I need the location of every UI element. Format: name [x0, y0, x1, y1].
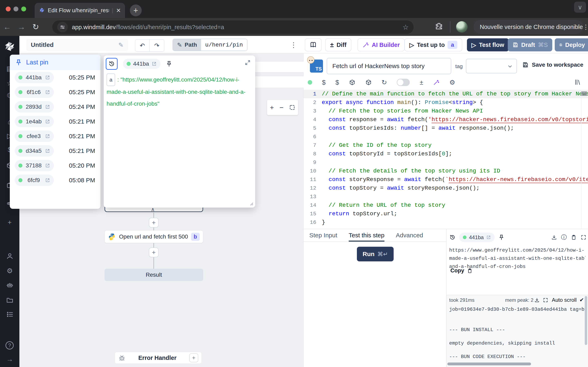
fit-view-icon[interactable]: [289, 104, 295, 110]
url-text[interactable]: app.windmill.dev/flows/edit/u/henri/pin_…: [72, 24, 398, 31]
more-options-icon[interactable]: ⋮: [290, 41, 297, 49]
download-icon[interactable]: [551, 234, 557, 240]
settings-gear-icon[interactable]: ⚙: [0, 267, 19, 275]
deploy-button[interactable]: Deploy: [555, 38, 588, 51]
code-line[interactable]: 13: [303, 192, 588, 201]
flow-result-node[interactable]: Result: [104, 269, 203, 281]
code-line[interactable]: 14 // Return the URL of the top story: [303, 201, 588, 210]
info-icon[interactable]: ⓘ: [561, 234, 567, 241]
logs-panel[interactable]: took 291ms mem peak: 2 Auto scroll ✔ job…: [447, 295, 588, 367]
external-link-icon[interactable]: [45, 90, 50, 95]
resize-handle[interactable]: [248, 200, 254, 206]
code-editor[interactable]: 1// Define the main function to fetch th…: [303, 90, 588, 229]
pin-id-pill[interactable]: 6f1c6: [15, 86, 54, 98]
external-link-icon[interactable]: [45, 148, 50, 154]
code-line[interactable]: 9: [303, 158, 588, 167]
flow-name-field[interactable]: Untitled ✎: [26, 39, 128, 51]
ai-wand-icon[interactable]: [433, 79, 440, 86]
settings-gear-icon[interactable]: ⚙: [449, 78, 455, 86]
expand-logs-icon[interactable]: [543, 298, 548, 303]
tab-advanced[interactable]: Advanced: [396, 229, 423, 242]
omnibox[interactable]: app.windmill.dev/flows/edit/u/henri/pin_…: [52, 20, 414, 34]
external-link-icon[interactable]: [151, 61, 157, 67]
ai-builder-button[interactable]: AI Builder: [357, 38, 405, 51]
collapse-sidebar-icon[interactable]: →: [0, 355, 19, 363]
variables-icon[interactable]: $: [322, 79, 326, 86]
save-to-workspace-button[interactable]: Save to workspace: [522, 62, 583, 68]
code-line[interactable]: 10 // Fetch the details of the top story…: [303, 167, 588, 175]
browser-tab[interactable]: Edit Flow u/henri/pin_results | ✕: [35, 3, 125, 18]
pin-id-pill[interactable]: 441ba: [15, 72, 54, 83]
tab-close-icon[interactable]: ✕: [116, 7, 121, 14]
logs-list-icon[interactable]: [6, 311, 13, 318]
download-logs-icon[interactable]: [534, 298, 540, 303]
editor-scrollbar-thumb[interactable]: [581, 91, 587, 96]
pin-entry-row[interactable]: cfee305:21 PM: [10, 129, 100, 143]
package-icon[interactable]: [349, 79, 355, 86]
pin-entry-row[interactable]: 6f1c605:25 PM: [10, 85, 100, 100]
tab-test-this-step[interactable]: Test this step: [349, 229, 384, 242]
pin-entry-row[interactable]: 441ba05:25 PM: [10, 70, 100, 85]
code-line[interactable]: 1// Define the main function to fetch th…: [303, 90, 588, 98]
resources-icon[interactable]: $: [336, 79, 339, 86]
history-icon[interactable]: [449, 234, 456, 240]
pin-icon[interactable]: [498, 234, 504, 240]
forward-icon[interactable]: →: [14, 23, 29, 31]
window-close-button[interactable]: [6, 7, 11, 11]
step-summary-input[interactable]: Fetch url of HackerNews top story: [327, 58, 451, 74]
diff-button[interactable]: ± Diff: [325, 38, 351, 51]
undo-button[interactable]: ↶: [135, 40, 150, 51]
back-icon[interactable]: ←: [0, 23, 14, 31]
pin-id-pill[interactable]: cfee3: [15, 131, 54, 142]
code-line[interactable]: 3 // Fetch the top stories from Hacker N…: [303, 107, 588, 115]
help-icon[interactable]: ?: [6, 341, 14, 350]
diff-icon[interactable]: ±: [420, 79, 423, 86]
auto-scroll-check-icon[interactable]: ✔: [579, 297, 584, 303]
window-zoom-button[interactable]: [21, 7, 26, 11]
fullscreen-icon[interactable]: [581, 234, 586, 240]
code-line[interactable]: 5 const topStoriesIds: number[] = await …: [303, 124, 588, 133]
external-link-icon[interactable]: [45, 163, 50, 168]
reload-icon[interactable]: ↻: [381, 78, 387, 86]
flow-path-control[interactable]: ✎Path u/henri/pin: [173, 39, 247, 51]
window-minimize-button[interactable]: [13, 7, 18, 11]
docs-button[interactable]: [305, 38, 321, 51]
external-link-icon[interactable]: [45, 178, 50, 183]
bookmark-star-icon[interactable]: ☆: [403, 23, 409, 31]
code-line[interactable]: 7 // Get the ID of the top story: [303, 141, 588, 150]
expand-icon[interactable]: [245, 59, 251, 66]
pin-id-pill[interactable]: 1e4ab: [15, 116, 54, 127]
pin-icon[interactable]: [166, 60, 172, 67]
pin-id-pill[interactable]: 2893d: [15, 101, 54, 113]
new-tab-button[interactable]: +: [130, 4, 142, 16]
package-icon[interactable]: [365, 79, 372, 86]
workers-robot-icon[interactable]: [6, 281, 13, 289]
clipboard-icon[interactable]: [571, 234, 577, 240]
user-icon[interactable]: [6, 252, 13, 260]
draft-button[interactable]: Draft ⌘S: [508, 38, 552, 51]
window-chevron-button[interactable]: ∨: [574, 2, 586, 13]
diff-toggle[interactable]: [397, 79, 410, 86]
tag-select[interactable]: [466, 59, 517, 73]
run-button[interactable]: Run ⌘↵: [357, 247, 394, 261]
code-line[interactable]: 4 const response = await fetch('https://…: [303, 115, 588, 124]
windmill-logo[interactable]: [3, 41, 16, 53]
code-line[interactable]: 15 return topStory.url;: [303, 210, 588, 218]
code-line[interactable]: 12 const topStory = await storyResponse.…: [303, 184, 588, 192]
external-link-icon[interactable]: [486, 235, 491, 240]
external-link-icon[interactable]: [45, 75, 50, 80]
insert-step-button[interactable]: +: [149, 218, 159, 227]
history-button[interactable]: [106, 58, 118, 70]
test-flow-button[interactable]: ▷ Test flow: [467, 38, 509, 51]
pin-id-pill[interactable]: 37188: [15, 160, 54, 171]
auto-scroll-label[interactable]: Auto scroll: [552, 297, 577, 303]
sidebar-item-add[interactable]: +: [0, 218, 19, 226]
copy-button[interactable]: Copy: [450, 267, 472, 274]
zoom-out-icon[interactable]: −: [279, 104, 284, 111]
test-up-to-button[interactable]: ▷ Test up to a: [405, 38, 462, 51]
external-link-icon[interactable]: [45, 104, 50, 109]
library-icon[interactable]: [574, 79, 581, 86]
insert-step-button[interactable]: +: [149, 248, 159, 257]
zoom-in-icon[interactable]: +: [270, 104, 274, 111]
code-line[interactable]: 6: [303, 133, 588, 141]
